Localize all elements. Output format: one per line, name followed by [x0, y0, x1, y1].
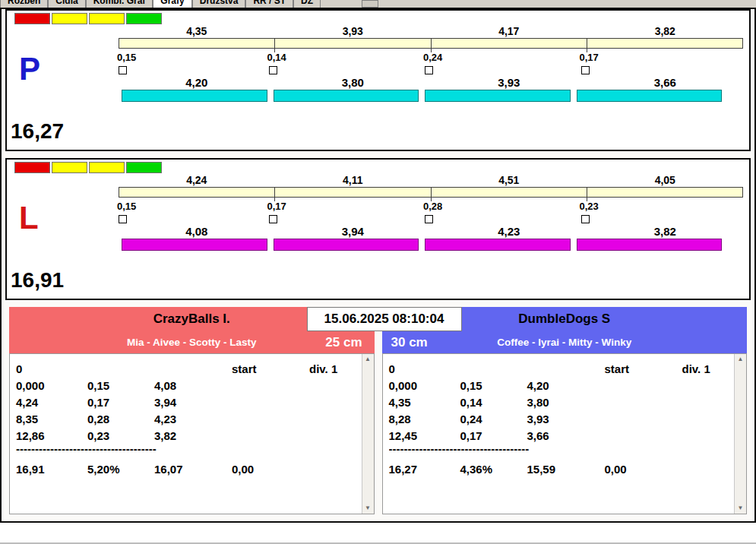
cell: 4,23	[154, 413, 232, 425]
bar-cell	[422, 90, 574, 103]
app-window: Rozběh Čidla Kombi. Graf Grafy Družstva …	[0, 0, 756, 544]
sensor-checkbox[interactable]	[119, 66, 127, 74]
upper-bar-segment	[119, 188, 275, 197]
team-subheader: 30 cm Coffee - Iyrai - Mitty - Winky	[382, 331, 748, 353]
scroll-up-icon[interactable]: ▲	[738, 356, 744, 362]
tab-kombi-graf[interactable]: Kombi. Graf	[86, 0, 153, 8]
tab-druzstva[interactable]: Družstva	[192, 0, 246, 8]
division-label: div. 1	[682, 362, 730, 375]
start-label: start	[232, 362, 309, 375]
tab-label: RR / ST	[253, 0, 286, 6]
start-offset: 0,00	[605, 463, 682, 476]
lane-l-total-time: 16,91	[11, 268, 64, 293]
race-timestamp: 15.06.2025 08:10:04	[307, 307, 462, 331]
cell: 0	[16, 362, 87, 375]
tab-label: Družstva	[200, 0, 239, 6]
tab-label: Rozběh	[8, 0, 40, 6]
cell: 0,14	[460, 396, 527, 409]
change-time-value: 0,23	[580, 201, 633, 212]
cell: 0,28	[87, 413, 154, 425]
tab-grafy[interactable]: Grafy	[153, 0, 191, 8]
lane-p-dog-bars	[119, 90, 743, 103]
legend-red-box	[14, 13, 50, 24]
legend-red-box	[14, 162, 50, 173]
split-value: 4,24	[119, 174, 275, 186]
tab-label: Grafy	[160, 0, 184, 6]
change-time-value: 0,24	[423, 52, 476, 63]
dog-time-bar	[122, 90, 267, 102]
lane-p-dog-times: 4,20 3,80 3,93 3,66	[119, 76, 743, 89]
bar-cell	[119, 90, 270, 103]
sensor-checkbox[interactable]	[119, 215, 127, 223]
scroll-up-icon[interactable]: ▲	[365, 356, 371, 362]
tab-scrollbar-thumb[interactable]	[362, 0, 378, 8]
teams-section: 15.06.2025 08:10:04 CrazyBalls I. Mia - …	[9, 307, 747, 514]
change-time-value: 0,15	[117, 52, 170, 63]
split-value: 4,35	[119, 25, 275, 37]
dog-time-bar	[425, 90, 571, 102]
result-header-row: 0 start div. 1	[16, 360, 357, 377]
cell: 4,24	[16, 396, 87, 409]
sensor-checkbox[interactable]	[581, 215, 590, 223]
scroll-down-icon[interactable]: ▼	[738, 505, 744, 511]
dog-time-value: 3,93	[431, 76, 587, 89]
vertical-scrollbar[interactable]: ▲ ▼	[734, 354, 746, 514]
tab-bar-filler	[378, 0, 756, 8]
sensor-checkbox[interactable]	[269, 66, 277, 74]
lane-p-change-times: 0,15 0,14 0,24 0,17	[119, 52, 743, 79]
split-value: 4,17	[431, 25, 587, 37]
cell: 8,35	[16, 413, 87, 425]
scroll-down-icon[interactable]: ▼	[365, 505, 371, 511]
legend-yellow-box	[52, 162, 87, 173]
dog-time-bar	[122, 239, 267, 251]
bar-cell	[422, 239, 574, 251]
upper-bar-segment	[432, 188, 587, 197]
sensor-checkbox[interactable]	[425, 66, 433, 74]
change-time-group: 0,24	[423, 52, 476, 74]
split-value: 3,82	[587, 25, 744, 37]
start-label: start	[605, 362, 682, 375]
legend-green-box	[126, 13, 162, 24]
change-time-value: 0,17	[267, 201, 321, 212]
result-row: 0,000 0,15 4,20	[389, 377, 730, 394]
sensor-checkbox[interactable]	[581, 66, 590, 74]
lane-p-upper-split-values: 4,35 3,93 4,17 3,82	[119, 25, 743, 37]
upper-bar-segment	[275, 39, 431, 48]
sensor-checkbox[interactable]	[425, 215, 433, 223]
tab-rozbeh[interactable]: Rozběh	[0, 0, 48, 8]
cell: 0,17	[87, 396, 154, 409]
cell: 4,20	[527, 379, 605, 392]
bar-cell	[574, 90, 744, 103]
lane-p-total-time: 16,27	[11, 119, 64, 144]
dog-time-value: 3,82	[587, 225, 744, 238]
lane-panel-l: 4,24 4,11 4,51 4,05 0,15 0,17	[5, 158, 751, 300]
cell: 3,94	[154, 396, 232, 409]
tab-cidla[interactable]: Čidla	[48, 0, 85, 8]
separator-line: -------------------------------------	[389, 444, 611, 456]
team-dogs: Coffee - Iyrai - Mitty - Winky	[497, 337, 631, 348]
total-time: 16,91	[16, 463, 87, 476]
main-area: 4,35 3,93 4,17 3,82 0,15 0,14	[0, 8, 756, 523]
summary-row: 16,27 4,36% 15,59 0,00	[389, 460, 730, 477]
division-label: div. 1	[309, 362, 357, 375]
change-time-group: 0,17	[267, 201, 321, 223]
dog-time-value: 3,94	[275, 225, 432, 238]
tab-label: Kombi. Graf	[93, 0, 146, 6]
team-result-boxes: 0 start div. 1 0,000 0,15 4,08 4,24	[9, 353, 747, 514]
separator-line: -------------------------------------	[16, 444, 238, 456]
sensor-checkbox[interactable]	[269, 215, 277, 223]
change-time-group: 0,14	[267, 52, 321, 74]
split-value: 3,93	[275, 25, 432, 37]
tab-rr-st[interactable]: RR / ST	[245, 0, 293, 8]
lane-p-letter: P	[19, 53, 40, 85]
result-header-row: 0 start div. 1	[389, 360, 730, 377]
tab-label: DZ	[301, 0, 313, 6]
dog-time-value: 4,08	[119, 225, 275, 238]
cell: 8,28	[389, 413, 460, 425]
vertical-scrollbar[interactable]: ▲ ▼	[362, 354, 374, 514]
change-time-value: 0,17	[580, 52, 633, 63]
result-row: 12,45 0,17 3,66	[389, 427, 730, 444]
change-time-group: 0,28	[423, 201, 476, 223]
dog-time-bar	[577, 90, 723, 102]
tab-dz[interactable]: DZ	[293, 0, 321, 8]
